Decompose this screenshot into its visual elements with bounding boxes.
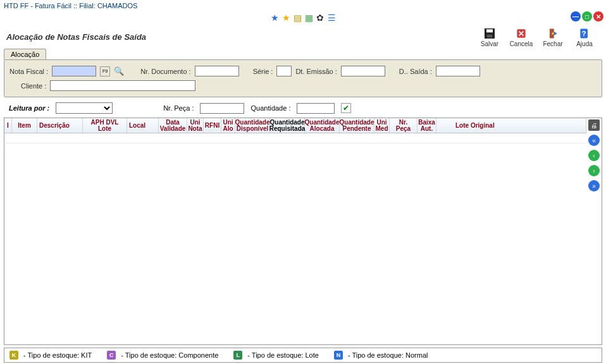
search-icon[interactable]: 🔍	[114, 66, 124, 76]
col-nr-peca[interactable]: Nr. Peça	[390, 118, 417, 133]
nav-first-icon[interactable]: «	[588, 135, 600, 146]
settings-icon[interactable]: ✿	[315, 13, 325, 23]
page-header: Alocação de Notas Fiscais de Saída Salva…	[0, 24, 606, 49]
close-label: Fechar	[543, 40, 562, 47]
nr-documento-label: Nr. Documento :	[140, 68, 190, 75]
leitura-por-select[interactable]	[56, 102, 113, 114]
nota-fiscal-label: Nota Fiscal :	[9, 68, 48, 75]
svg-point-5	[552, 32, 553, 34]
legend-lote-icon: L	[233, 351, 242, 360]
col-uni-alo[interactable]: Uni Alo	[221, 118, 235, 133]
nav-prev-icon[interactable]: ‹	[588, 150, 600, 161]
action-icons: Salvar Cancela Fechar ? Ajuda	[477, 27, 597, 47]
save-button[interactable]: Salvar	[477, 27, 502, 47]
svg-text:?: ?	[582, 29, 586, 37]
serie-label: Série :	[253, 68, 273, 75]
grid[interactable]: I Item Descrição APH DVL Lote Local Data…	[4, 118, 586, 344]
dt-emissao-label: Dt. Emissão :	[295, 68, 337, 75]
page-title: Alocação de Notas Fiscais de Saída	[6, 32, 146, 42]
svg-rect-2	[487, 35, 492, 38]
nota-fiscal-input[interactable]	[52, 66, 96, 76]
star-yellow-icon[interactable]: ★	[281, 13, 291, 23]
maximize-icon[interactable]: □	[582, 11, 592, 21]
close-icon[interactable]: ✕	[593, 11, 603, 21]
center-icons: ★ ★ ▤ ▦ ✿ ☰	[269, 13, 337, 23]
grid-icon[interactable]: ▦	[304, 13, 314, 23]
legend-normal-icon: N	[334, 351, 343, 360]
nav-last-icon[interactable]: »	[588, 180, 600, 191]
legend-kit-text: - Tipo de estoque: KIT	[23, 351, 92, 359]
col-rfni[interactable]: RFNI	[204, 118, 221, 133]
col-local[interactable]: Local	[127, 118, 159, 133]
legend-comp-icon: C	[107, 351, 116, 360]
col-indicator[interactable]: I	[4, 118, 12, 133]
form-panel: Nota Fiscal : F9 🔍 Nr. Documento : Série…	[4, 59, 602, 97]
cliente-input[interactable]	[50, 80, 195, 91]
col-uni-nota[interactable]: Uni Nota	[187, 118, 204, 133]
serie-input[interactable]	[276, 66, 292, 76]
table-row[interactable]	[4, 133, 586, 143]
dt-saida-input[interactable]	[436, 66, 480, 76]
col-validade[interactable]: Data Validade	[159, 118, 187, 133]
nr-documento-input[interactable]	[195, 66, 239, 76]
app-title-bar: HTD FF - Fatura Fácil :: Filial: CHAMADO…	[0, 0, 606, 11]
col-uni-med[interactable]: Uni Med	[374, 118, 390, 133]
toolbar-row: ★ ★ ▤ ▦ ✿ ☰ — □ ✕	[0, 11, 606, 24]
print-icon[interactable]: 🖨	[588, 119, 600, 131]
close-button[interactable]: Fechar	[540, 27, 566, 47]
nr-peca-input[interactable]	[200, 103, 244, 114]
cancel-label: Cancela	[510, 40, 533, 47]
leitura-por-label: Leitura por :	[9, 104, 49, 112]
star-blue-icon[interactable]: ★	[269, 13, 280, 23]
help-button[interactable]: ? Ajuda	[572, 27, 597, 47]
col-item[interactable]: Item	[12, 118, 37, 133]
nr-peca-label: Nr. Peça :	[163, 104, 194, 112]
tab-strip: Alocação	[4, 49, 606, 59]
grid-body[interactable]	[4, 133, 586, 344]
col-aph[interactable]: APH DVL Lote	[83, 118, 127, 133]
side-icons: 🖨 « ‹ › »	[586, 118, 602, 344]
legend-normal-text: - Tipo de estoque: Normal	[348, 351, 428, 359]
nota-fiscal-lookup-button[interactable]: F9	[100, 66, 110, 76]
grid-container: I Item Descrição APH DVL Lote Local Data…	[4, 118, 602, 345]
svg-rect-1	[486, 29, 493, 32]
quantidade-label: Quantidade :	[250, 104, 290, 112]
dt-emissao-input[interactable]	[341, 66, 385, 76]
app-title: HTD FF - Fatura Fácil :: Filial: CHAMADO…	[4, 2, 137, 9]
window-controls: — □ ✕	[571, 11, 603, 21]
legend-lote-text: - Tipo de estoque: Lote	[247, 351, 319, 359]
col-baixa[interactable]: Baixa Aut.	[417, 118, 436, 133]
save-label: Salvar	[481, 40, 498, 47]
slider-icon[interactable]: ☰	[326, 13, 337, 23]
cancel-button[interactable]: Cancela	[509, 27, 534, 47]
tab-alocacao[interactable]: Alocação	[4, 49, 46, 59]
legend-kit-icon: K	[9, 351, 18, 360]
col-descricao[interactable]: Descrição	[37, 118, 83, 133]
col-qtd-disp[interactable]: Quantidade Disponível	[235, 118, 270, 133]
col-lote-orig[interactable]: Lote Original	[436, 118, 586, 133]
filter-panel: Leitura por : Nr. Peça : Quantidade : ✔	[4, 100, 602, 116]
nav-next-icon[interactable]: ›	[588, 165, 600, 176]
col-qtd-pend[interactable]: Quantidade Pendente	[340, 118, 374, 133]
cliente-label: Cliente :	[21, 82, 46, 90]
col-qtd-req[interactable]: Quantidade Requisitada	[270, 118, 305, 133]
notes-icon[interactable]: ▤	[292, 13, 302, 23]
minimize-icon[interactable]: —	[571, 11, 581, 21]
grid-header: I Item Descrição APH DVL Lote Local Data…	[4, 118, 586, 133]
dt-saida-label: D.. Saída :	[399, 68, 432, 75]
legend-comp-text: - Tipo de estoque: Componente	[121, 351, 218, 359]
confirm-button[interactable]: ✔	[341, 103, 351, 113]
legend-bar: K - Tipo de estoque: KIT C - Tipo de est…	[4, 348, 602, 363]
quantidade-input[interactable]	[297, 103, 335, 114]
help-label: Ajuda	[576, 40, 593, 47]
col-qtd-aloc[interactable]: Quantidade Alocada	[305, 118, 340, 133]
